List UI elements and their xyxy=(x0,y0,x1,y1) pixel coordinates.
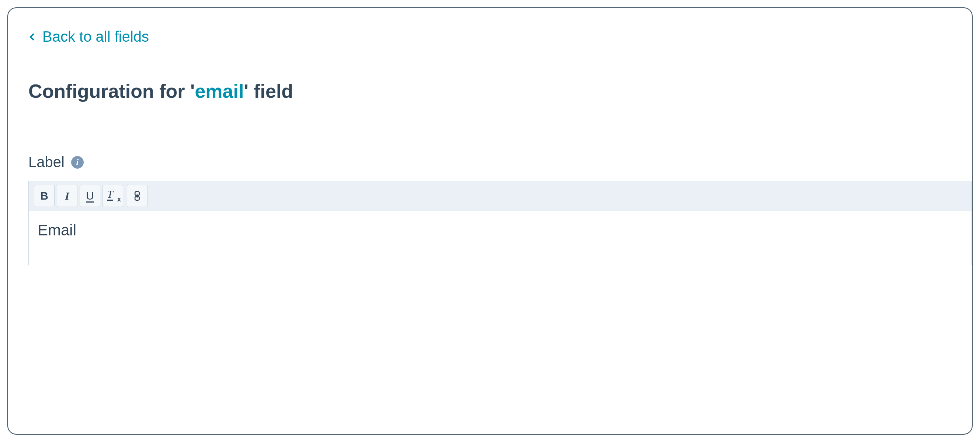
heading-field-name: email xyxy=(195,80,244,102)
italic-button[interactable]: I xyxy=(57,185,78,207)
heading-suffix: ' field xyxy=(244,80,293,102)
rich-text-editor: B I U T x xyxy=(29,181,972,265)
chevron-left-icon xyxy=(30,33,37,41)
toolbar-group-format: B I U T x xyxy=(34,185,123,207)
link-icon xyxy=(132,191,142,201)
clear-format-icon: T x xyxy=(106,189,119,203)
italic-icon: I xyxy=(65,190,69,202)
underline-icon: U xyxy=(86,190,94,202)
link-button[interactable] xyxy=(127,185,148,207)
label-text: Label xyxy=(29,154,65,171)
editor-toolbar: B I U T x xyxy=(29,181,972,211)
toolbar-group-link xyxy=(127,185,148,207)
page-heading: Configuration for 'email' field xyxy=(29,80,972,102)
bold-icon: B xyxy=(40,190,48,202)
heading-prefix: Configuration for ' xyxy=(29,80,195,102)
back-link[interactable]: Back to all fields xyxy=(29,29,149,45)
info-icon[interactable]: i xyxy=(71,156,84,169)
bold-button[interactable]: B xyxy=(34,185,54,207)
field-config-card: Back to all fields Configuration for 'em… xyxy=(7,7,973,435)
back-link-label: Back to all fields xyxy=(42,29,149,45)
label-row: Label i xyxy=(29,154,972,171)
clear-format-button[interactable]: T x xyxy=(102,185,123,207)
underline-button[interactable]: U xyxy=(80,185,100,207)
label-input[interactable]: Email xyxy=(29,211,972,265)
